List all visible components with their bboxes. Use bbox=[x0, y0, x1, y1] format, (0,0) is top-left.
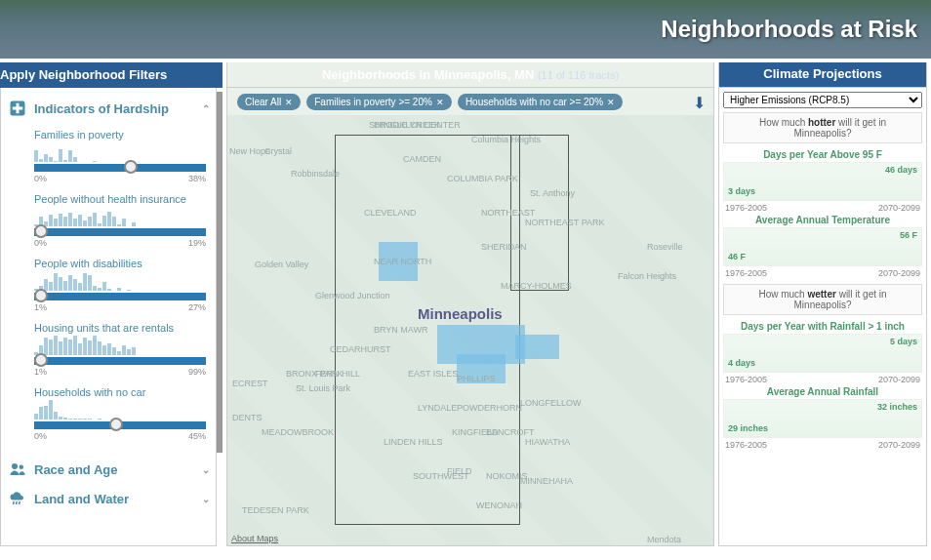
projection-start-value: 29 inches bbox=[728, 423, 768, 433]
range-max: 99% bbox=[188, 367, 206, 377]
map-panel: Clear All✕ Families in poverty >= 20%✕ H… bbox=[226, 88, 714, 546]
threshold-slider[interactable] bbox=[34, 164, 206, 172]
slider-thumb[interactable] bbox=[124, 160, 138, 174]
map-place-label: HIAWATHA bbox=[525, 437, 570, 447]
section-land-label: Land and Water bbox=[34, 492, 129, 506]
plus-badge-icon bbox=[7, 98, 28, 119]
slider-thumb[interactable] bbox=[34, 353, 48, 367]
range-min: 1% bbox=[34, 302, 47, 312]
projection-range-start: 1976-2005 bbox=[725, 440, 767, 450]
section-race[interactable]: Race and Age ⌄ bbox=[5, 455, 212, 484]
chevron-down-icon: ⌄ bbox=[202, 494, 210, 504]
chevron-down-icon: ⌄ bbox=[202, 464, 210, 475]
projection-range-end: 2070-2099 bbox=[878, 440, 920, 450]
threshold-slider[interactable] bbox=[34, 228, 206, 236]
indicator-label: Housing units that are rentals bbox=[34, 322, 206, 334]
map-place-label: LYNDALE bbox=[418, 403, 457, 413]
projection-start-value: 4 days bbox=[728, 358, 755, 368]
projections-panel: Higher Emissions (RCP8.5) How much hotte… bbox=[718, 88, 927, 546]
map-place-label: FIELD bbox=[447, 466, 472, 476]
map-place-label: DENTS bbox=[232, 413, 263, 422]
map-canvas[interactable]: Minneapolis BROOKLYN CENTERCrystalNew Ho… bbox=[227, 115, 713, 545]
projection-end-value: 56 F bbox=[900, 230, 917, 240]
map-place-label: SHINGLE CREEK bbox=[369, 120, 440, 130]
projection-chart: 29 inches32 inches bbox=[723, 399, 922, 438]
projection-title: Days per Year Above 95 F bbox=[723, 149, 922, 160]
chip-filter-nocar[interactable]: Households with no car >= 20%✕ bbox=[458, 94, 623, 110]
people-icon bbox=[7, 459, 28, 480]
map-place-label: POWDERHORN bbox=[457, 403, 522, 413]
filters-header: Apply Neighborhood Filters bbox=[0, 62, 223, 88]
scenario-dropdown[interactable]: Higher Emissions (RCP8.5) bbox=[723, 92, 922, 108]
projection-range-start: 1976-2005 bbox=[725, 268, 767, 278]
question-wetter: How much wetter will it get in Minneapol… bbox=[723, 284, 922, 315]
map-place-label: NORTHEAST bbox=[481, 208, 535, 218]
projection-start-value: 3 days bbox=[728, 186, 755, 196]
banner: Neighborhoods at Risk bbox=[0, 0, 931, 59]
projection-title: Average Annual Temperature bbox=[723, 215, 922, 225]
section-land[interactable]: Land and Water ⌄ bbox=[5, 484, 212, 513]
map-place-label: MEADOWBROOK bbox=[262, 427, 334, 437]
projection-range-start: 1976-2005 bbox=[725, 375, 767, 384]
range-max: 38% bbox=[188, 174, 206, 183]
map-place-label: TEDESEN PARK bbox=[242, 505, 309, 515]
projection-chart: 4 days5 days bbox=[723, 334, 922, 373]
projection-title: Days per Year with Rainfall > 1 inch bbox=[723, 321, 922, 332]
projection-end-value: 46 days bbox=[885, 165, 917, 175]
map-place-label: BRYN MAWR bbox=[374, 325, 428, 335]
projections-header: Climate Projections bbox=[718, 62, 927, 88]
indicator-label: People without health insurance bbox=[34, 193, 206, 205]
close-icon: ✕ bbox=[607, 98, 615, 107]
map-header-text: Neighborhoods in Minneapolis, MN bbox=[322, 67, 534, 82]
projection-range-start: 1976-2005 bbox=[725, 203, 767, 213]
left-scrollbar[interactable] bbox=[217, 92, 223, 453]
map-place-label: Glenwood Junction bbox=[315, 291, 390, 300]
map-place-label: Columbia Heights bbox=[471, 135, 541, 144]
map-place-label: Roseville bbox=[647, 242, 683, 252]
threshold-slider[interactable] bbox=[34, 293, 206, 300]
section-hardship-label: Indicators of Hardship bbox=[34, 101, 169, 116]
map-place-label: FERN HILL bbox=[315, 369, 360, 379]
map-place-label: St. Anthony bbox=[530, 188, 575, 198]
column-headers: Apply Neighborhood Filters Neighborhoods… bbox=[0, 62, 931, 88]
range-min: 0% bbox=[34, 431, 47, 441]
map-place-label: PHILLIPS bbox=[457, 374, 496, 383]
slider-thumb[interactable] bbox=[34, 224, 48, 238]
about-maps-link[interactable]: About Maps bbox=[231, 534, 278, 543]
indicator-label: People with disabilities bbox=[34, 258, 206, 269]
map-place-label: NORTHEAST PARK bbox=[525, 218, 605, 227]
projection-range-end: 2070-2099 bbox=[878, 268, 920, 278]
question-hotter: How much hotter will it get in Minneapol… bbox=[723, 112, 922, 143]
chip-clear-all[interactable]: Clear All✕ bbox=[237, 94, 301, 110]
chevron-up-icon: ⌃ bbox=[202, 103, 210, 114]
map-place-label: SHERIDAN bbox=[481, 242, 527, 252]
threshold-slider[interactable] bbox=[34, 421, 206, 429]
threshold-slider[interactable] bbox=[34, 357, 206, 365]
chip-filter-poverty[interactable]: Families in poverty >= 20%✕ bbox=[306, 94, 452, 110]
map-place-label: Falcon Heights bbox=[618, 271, 676, 281]
range-max: 45% bbox=[188, 431, 206, 441]
range-min: 1% bbox=[34, 367, 47, 377]
range-max: 19% bbox=[188, 238, 206, 248]
slider-thumb[interactable] bbox=[34, 289, 48, 302]
indicator-label: Families in poverty bbox=[34, 129, 206, 140]
map-header-count: (11 of 116 tracts) bbox=[538, 69, 619, 81]
map-city-label: Minneapolis bbox=[418, 305, 503, 322]
svg-rect-2 bbox=[13, 107, 23, 110]
section-hardship[interactable]: Indicators of Hardship ⌃ bbox=[5, 94, 212, 123]
map-header: Neighborhoods in Minneapolis, MN (11 of … bbox=[226, 62, 714, 88]
indicator-label: Households with no car bbox=[34, 386, 206, 398]
map-place-label: ECREST bbox=[232, 379, 268, 388]
close-icon: ✕ bbox=[285, 98, 293, 107]
projection-end-value: 32 inches bbox=[877, 402, 917, 412]
app-title: Neighborhoods at Risk bbox=[661, 16, 917, 43]
map-place-label: LONGFELLOW bbox=[520, 398, 582, 408]
slider-thumb[interactable] bbox=[109, 418, 123, 431]
projection-range-end: 2070-2099 bbox=[878, 203, 920, 213]
projection-end-value: 5 days bbox=[890, 337, 917, 346]
map-place-label: COLUMBIA PARK bbox=[447, 174, 518, 183]
map-place-label: CLEVELAND bbox=[364, 208, 417, 218]
close-icon: ✕ bbox=[436, 98, 444, 107]
map-place-label: Mendota bbox=[647, 535, 681, 544]
download-icon[interactable]: ⬇ bbox=[693, 94, 706, 112]
